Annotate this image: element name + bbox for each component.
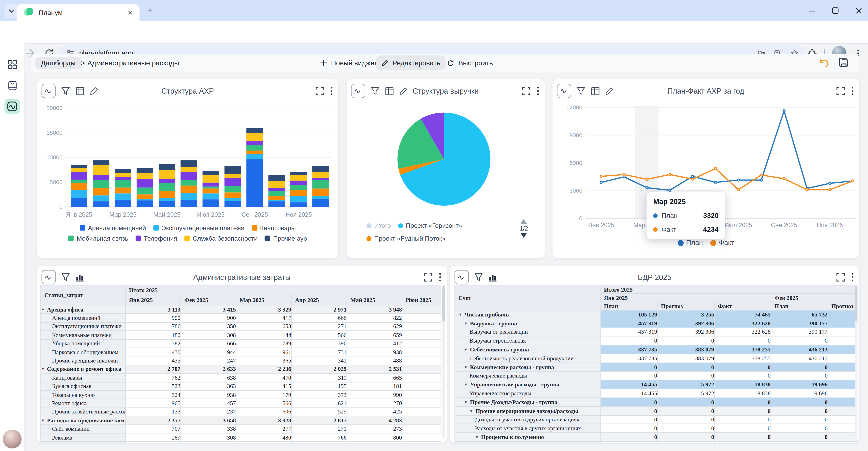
sidebar-item-analytics[interactable] — [4, 98, 20, 114]
row-label[interactable]: ▼Проценты к получению — [455, 433, 600, 442]
fullscreen-icon[interactable] — [836, 273, 845, 281]
page-down-icon[interactable] — [521, 233, 527, 238]
tab-close-icon[interactable]: ✕ — [126, 9, 134, 17]
pie-chart[interactable] — [347, 99, 545, 217]
kebab-menu-icon[interactable] — [439, 273, 441, 282]
fullscreen-icon[interactable] — [315, 87, 324, 95]
row-label[interactable]: ▼Прочие операционные доходы/расходы — [455, 406, 600, 415]
kebab-menu-icon[interactable] — [331, 87, 333, 95]
save-icon[interactable] — [838, 57, 850, 69]
sidebar-item-help[interactable]: ? — [4, 78, 20, 93]
kebab-menu-icon[interactable] — [537, 87, 539, 95]
table-scrollbar[interactable] — [442, 285, 445, 439]
filter-icon[interactable] — [370, 86, 380, 95]
edit-button[interactable]: Редактировать — [376, 56, 446, 71]
cell-value: 666 — [181, 339, 236, 348]
cell-value: 3 328 — [236, 416, 291, 425]
row-label: Выручка от реализации — [455, 328, 600, 336]
cell-value: 0 — [771, 442, 828, 444]
legend-item[interactable]: Прочие аур — [265, 235, 307, 242]
table-row: Бумага офисная523363415195181 — [41, 382, 441, 390]
cell-value: 3 113 — [125, 305, 181, 314]
chart-type-icon[interactable] — [41, 84, 56, 98]
row-label[interactable]: ▼Содержание и ремонт офиса — [41, 365, 125, 373]
cell-value — [236, 442, 291, 444]
new-tab-button[interactable]: + — [145, 5, 155, 16]
legend-item[interactable]: Эксплуатационные платежи — [153, 224, 244, 231]
breadcrumb-root[interactable]: Дашборды — [35, 57, 81, 69]
fullscreen-icon[interactable] — [522, 87, 530, 95]
page-up-icon[interactable] — [521, 219, 527, 224]
undo-icon[interactable] — [819, 58, 830, 69]
legend-item[interactable]: Проект «Горизонт» — [398, 222, 462, 229]
chart-type-icon[interactable] — [41, 270, 56, 284]
column-header[interactable]: Прогноз — [828, 302, 857, 310]
legend-item[interactable]: Служба безопасности — [184, 235, 258, 242]
close-icon[interactable] — [855, 7, 862, 14]
row-label[interactable]: ▼Управленческие расходы - группа — [455, 380, 600, 389]
column-header[interactable]: Факт — [714, 302, 771, 310]
arrange-button[interactable]: Выстроить — [441, 56, 498, 71]
row-label[interactable]: ▼Чистая прибыль — [455, 310, 600, 319]
new-widget-button[interactable]: Новый виджет — [314, 56, 383, 71]
maximize-icon[interactable] — [832, 7, 839, 14]
filter-icon[interactable] — [474, 273, 483, 282]
cell-value: 529 — [291, 407, 347, 416]
row-label[interactable]: ▼Выручка - группа — [455, 319, 600, 328]
column-header[interactable]: Май 2025 — [347, 295, 402, 305]
legend-item[interactable]: План — [677, 239, 703, 247]
bar-chart-icon[interactable] — [488, 273, 497, 282]
table-row: Товары на кухню324938179373990 — [41, 391, 441, 399]
row-label[interactable]: ▼Себестоимость группа — [455, 345, 600, 354]
cell-value: 457 319 — [600, 319, 657, 328]
bar-chart-icon[interactable] — [75, 273, 84, 282]
stacked-bar-chart[interactable]: 05000100001500020000Янв 2025Мар 2025Май … — [37, 99, 338, 223]
legend-item[interactable]: Канцтовары — [252, 224, 296, 231]
row-label: Прочие хозяйственные расходы — [41, 407, 125, 416]
table-icon[interactable] — [385, 86, 394, 95]
column-header[interactable]: Мар 2025 — [236, 295, 291, 305]
column-header[interactable]: Фев 2025 — [181, 295, 236, 305]
chart-type-icon[interactable] — [351, 84, 365, 98]
row-label[interactable]: ▼Аренда офиса — [41, 305, 125, 314]
filter-icon[interactable] — [61, 86, 70, 95]
kebab-menu-icon[interactable] — [851, 273, 854, 282]
column-header[interactable]: Статьи_затрат — [41, 285, 125, 305]
row-label[interactable]: ▼Прочие Доходы/Расходы - группа — [455, 398, 600, 406]
table-scrollbar[interactable] — [855, 285, 858, 439]
fact-dot-icon — [653, 227, 657, 232]
column-header[interactable]: Счет — [455, 285, 600, 310]
cell-value: 822 — [347, 314, 402, 322]
minimize-icon[interactable] — [808, 7, 815, 14]
widget-ahr-structure: Структура АХР 05000100001500020000Янв 20… — [36, 79, 339, 259]
column-header[interactable]: Прогноз — [657, 302, 714, 310]
column-header[interactable]: Июн 2025 — [402, 295, 441, 305]
column-header[interactable]: План — [771, 302, 828, 310]
legend-item[interactable]: Мобильная связь — [68, 235, 128, 242]
chart-type-icon[interactable] — [455, 270, 469, 284]
legend-swatch — [710, 240, 716, 246]
edit-widget-icon[interactable] — [90, 87, 99, 95]
browser-tab[interactable]: Планум ✕ — [17, 4, 140, 21]
legend-item[interactable]: Итого — [367, 222, 391, 229]
column-header[interactable]: Янв 2025 — [125, 295, 181, 305]
legend-item[interactable]: Аренда помещений — [80, 224, 146, 231]
column-header[interactable]: План — [600, 302, 657, 310]
legend-swatch — [677, 240, 683, 246]
legend-item[interactable]: Проект «Рудный Поток» — [367, 235, 446, 242]
filter-icon[interactable] — [61, 273, 70, 282]
row-label[interactable]: ▼Коммерческие расходы - группа — [455, 363, 600, 371]
legend-item[interactable]: Факт — [710, 239, 734, 247]
cell-value: 0 — [771, 371, 828, 380]
wave-chart-icon — [7, 101, 18, 112]
table-icon[interactable] — [75, 86, 85, 95]
user-avatar[interactable] — [3, 430, 22, 448]
fullscreen-icon[interactable] — [424, 273, 432, 281]
table-row: 0000 — [455, 442, 857, 444]
cell-value: 289 — [125, 433, 181, 442]
sidebar: ? — [0, 43, 25, 451]
legend-item[interactable]: Телефония — [135, 235, 177, 242]
row-label[interactable]: ▼Расходы на продвижение компании — [41, 416, 125, 425]
sidebar-item-dashboards[interactable] — [4, 56, 20, 72]
column-header[interactable]: Апр 2025 — [291, 295, 347, 305]
